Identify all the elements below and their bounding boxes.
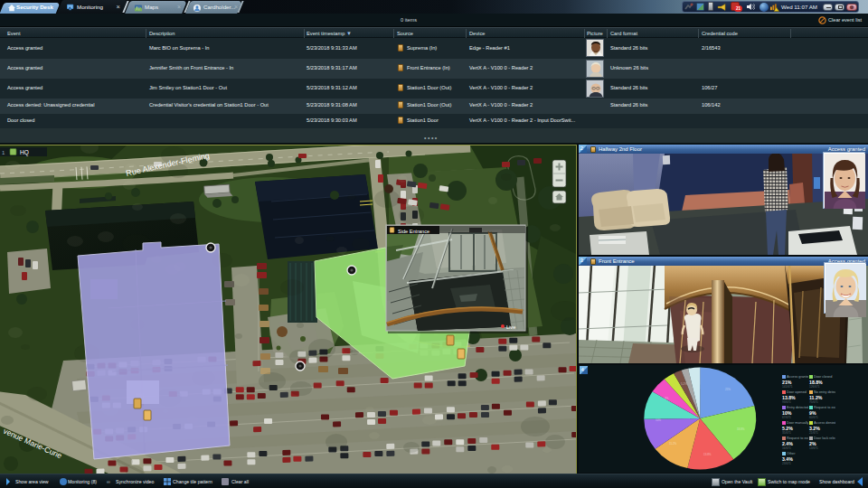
svg-text:11.2%: 11.2% [669, 442, 677, 446]
svg-text:Side Entrance: Side Entrance [398, 229, 429, 234]
svg-text:18.8%: 18.8% [737, 427, 745, 431]
svg-text:HQ: HQ [20, 149, 29, 156]
svg-text:21%: 21% [725, 388, 731, 391]
svg-text:10%: 10% [656, 418, 661, 422]
svg-text:Live: Live [506, 324, 515, 330]
svg-text:5.2%: 5.2% [681, 382, 687, 386]
svg-text:13.8%: 13.8% [703, 453, 712, 456]
svg-text:9%: 9% [665, 397, 669, 400]
